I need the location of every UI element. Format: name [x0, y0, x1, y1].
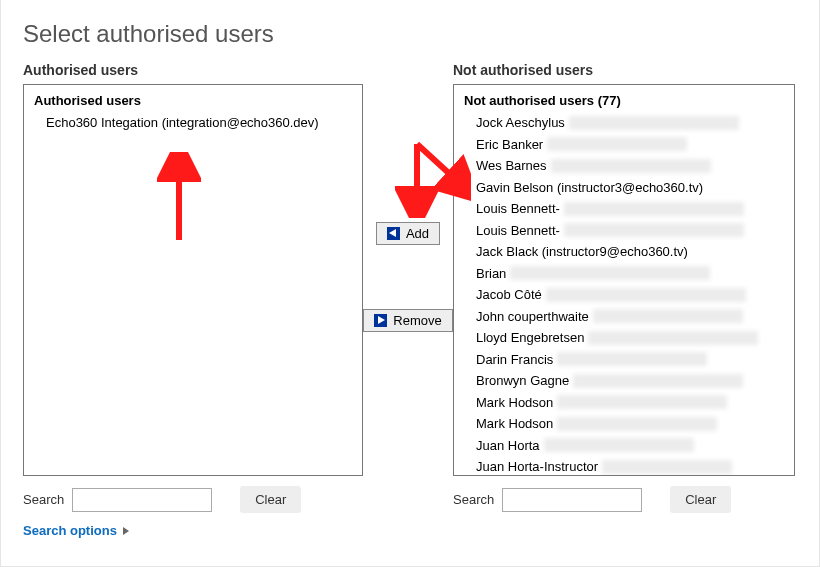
redacted-text: [588, 331, 758, 345]
list-item[interactable]: Lloyd Engebretsen: [458, 327, 795, 349]
redacted-text: [557, 395, 727, 409]
redacted-text: [510, 266, 710, 280]
list-item[interactable]: Mark Hodson: [458, 392, 795, 414]
list-item-name: John couperthwaite: [476, 307, 589, 327]
not-authorised-search-label: Search: [453, 492, 494, 507]
not-authorised-search-row: Search Clear: [453, 486, 795, 513]
authorised-column: Authorised users Authorised users Echo36…: [23, 62, 363, 513]
list-item-name: Eric Banker: [476, 135, 543, 155]
authorised-clear-button[interactable]: Clear: [240, 486, 301, 513]
list-item-name: Echo360 Integation (integration@echo360.…: [46, 113, 319, 133]
list-item-name: Jack Black (instructor9@echo360.tv): [476, 242, 688, 262]
redacted-text: [564, 223, 744, 237]
list-item-name: Louis Bennett-: [476, 221, 560, 241]
redacted-text: [544, 438, 694, 452]
redacted-text: [551, 159, 711, 173]
list-item[interactable]: Jacob Côté: [458, 284, 795, 306]
not-authorised-clear-button[interactable]: Clear: [670, 486, 731, 513]
list-item-name: Gavin Belson (instructor3@echo360.tv): [476, 178, 703, 198]
search-options-label: Search options: [23, 523, 117, 538]
search-options-toggle[interactable]: Search options: [23, 523, 129, 538]
redacted-text: [602, 460, 732, 474]
list-item[interactable]: Gavin Belson (instructor3@echo360.tv): [458, 177, 795, 199]
list-item-name: Louis Bennett-: [476, 199, 560, 219]
not-authorised-heading: Not authorised users: [453, 62, 795, 78]
add-button-label: Add: [406, 226, 429, 241]
list-item-name: Mark Hodson: [476, 393, 553, 413]
redacted-text: [573, 374, 743, 388]
list-item[interactable]: Jack Black (instructor9@echo360.tv): [458, 241, 795, 263]
list-item[interactable]: Echo360 Integation (integration@echo360.…: [28, 112, 360, 134]
list-item-name: Jacob Côté: [476, 285, 542, 305]
redacted-text: [564, 202, 744, 216]
redacted-text: [557, 417, 717, 431]
arrow-right-icon: [374, 314, 387, 327]
authorised-listbox[interactable]: Authorised users Echo360 Integation (int…: [23, 84, 363, 476]
not-authorised-list-header: Not authorised users (77): [458, 91, 792, 112]
redacted-text: [546, 288, 746, 302]
list-item[interactable]: Bronwyn Gagne: [458, 370, 795, 392]
list-item[interactable]: Brian: [458, 263, 795, 285]
middle-column: Add Remove: [363, 62, 453, 332]
list-item-name: Mark Hodson: [476, 414, 553, 434]
page-frame: Select authorised users Authorised users…: [0, 0, 820, 567]
caret-right-icon: [123, 527, 129, 535]
arrow-left-icon: [387, 227, 400, 240]
remove-button[interactable]: Remove: [363, 309, 452, 332]
list-item[interactable]: Eric Banker: [458, 134, 795, 156]
list-item-name: Wes Barnes: [476, 156, 547, 176]
authorised-search-row: Search Clear: [23, 486, 363, 513]
list-item-name: Juan Horta: [476, 436, 540, 456]
authorised-search-label: Search: [23, 492, 64, 507]
list-item-name: Lloyd Engebretsen: [476, 328, 584, 348]
list-item[interactable]: Mark Hodson: [458, 413, 795, 435]
list-item-name: Brian: [476, 264, 506, 284]
authorised-search-input[interactable]: [72, 488, 212, 512]
redacted-text: [557, 352, 707, 366]
list-item[interactable]: Jock Aeschylus: [458, 112, 795, 134]
list-item[interactable]: Louis Bennett-: [458, 198, 795, 220]
list-item-name: Jock Aeschylus: [476, 113, 565, 133]
not-authorised-listbox[interactable]: Not authorised users (77) Jock Aeschylus…: [453, 84, 795, 476]
add-button[interactable]: Add: [376, 222, 440, 245]
list-item[interactable]: Louis Bennett-: [458, 220, 795, 242]
authorised-list-header: Authorised users: [28, 91, 360, 112]
redacted-text: [547, 137, 687, 151]
list-item[interactable]: Darin Francis: [458, 349, 795, 371]
not-authorised-column: Not authorised users Not authorised user…: [453, 62, 795, 513]
list-item[interactable]: John couperthwaite: [458, 306, 795, 328]
list-item-name: Bronwyn Gagne: [476, 371, 569, 391]
page-title: Select authorised users: [23, 20, 797, 48]
redacted-text: [593, 309, 743, 323]
columns: Authorised users Authorised users Echo36…: [23, 62, 797, 513]
authorised-heading: Authorised users: [23, 62, 363, 78]
list-item[interactable]: Wes Barnes: [458, 155, 795, 177]
list-item[interactable]: Juan Horta-Instructor: [458, 456, 795, 476]
remove-button-label: Remove: [393, 313, 441, 328]
redacted-text: [569, 116, 739, 130]
not-authorised-search-input[interactable]: [502, 488, 642, 512]
list-item-name: Darin Francis: [476, 350, 553, 370]
list-item-name: Juan Horta-Instructor: [476, 457, 598, 476]
list-item[interactable]: Juan Horta: [458, 435, 795, 457]
